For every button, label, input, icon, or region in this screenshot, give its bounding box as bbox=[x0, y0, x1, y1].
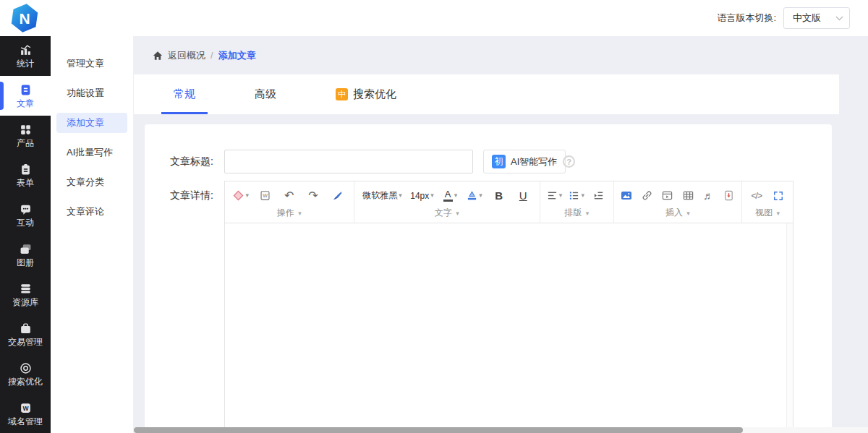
align-icon[interactable]: ▾ bbox=[547, 187, 563, 205]
insert-table-icon[interactable] bbox=[680, 187, 696, 205]
sidebar-item-albums[interactable]: 图册 bbox=[0, 235, 51, 275]
ai-button-label: AI智能写作 bbox=[511, 155, 557, 168]
seo-icon bbox=[20, 362, 32, 374]
group-dropdown-view[interactable]: 视图 ▾ bbox=[742, 207, 793, 222]
toolbar-group-layout: ▾ ▾ 排版 ▾ bbox=[540, 181, 613, 223]
list-icon[interactable]: ▾ bbox=[569, 187, 584, 205]
tab-label: 常规 bbox=[174, 87, 195, 101]
underline-icon[interactable]: U bbox=[515, 187, 531, 205]
app-logo-icon[interactable]: N bbox=[9, 2, 41, 34]
highlight-color-icon[interactable]: ▾ bbox=[467, 187, 482, 205]
bold-icon[interactable]: B bbox=[491, 187, 507, 205]
article-detail-label: 文章详情: bbox=[145, 189, 213, 202]
toolbar-group-insert: ♬ 插入 ▾ bbox=[613, 181, 742, 223]
stats-icon bbox=[20, 44, 32, 56]
sidebar-item-label: 图册 bbox=[17, 258, 34, 267]
submenu-item-article-comments[interactable]: 文章评论 bbox=[56, 202, 127, 222]
editor-content-area[interactable] bbox=[225, 223, 793, 433]
redo-icon[interactable]: ↷ bbox=[305, 187, 321, 205]
tab-label: 高级 bbox=[255, 87, 276, 101]
sidebar-item-stats[interactable]: 统计 bbox=[0, 36, 51, 76]
top-header: N 语言版本切换: 中文版 bbox=[0, 0, 868, 36]
font-size-select[interactable]: 14px▾ bbox=[410, 187, 434, 205]
main-content: 返回概况 / 添加文章 常规 高级 中 搜索优化 文章标题: 初 AI智能写作 … bbox=[134, 36, 868, 433]
insert-image-icon[interactable] bbox=[618, 187, 634, 205]
article-icon bbox=[20, 84, 32, 96]
language-label: 语言版本切换: bbox=[717, 12, 776, 25]
group-dropdown-insert[interactable]: 插入 ▾ bbox=[614, 207, 742, 222]
sidebar-item-trade[interactable]: 交易管理 bbox=[0, 314, 51, 354]
breadcrumb-separator: / bbox=[210, 50, 213, 61]
sidebar-item-forms[interactable]: 表单 bbox=[0, 155, 51, 195]
group-dropdown-layout[interactable]: 排版 ▾ bbox=[540, 207, 613, 222]
submenu-item-feature-settings[interactable]: 功能设置 bbox=[56, 83, 127, 103]
resource-icon bbox=[20, 283, 32, 295]
horizontal-scrollbar-thumb[interactable] bbox=[134, 427, 743, 433]
tab-advanced[interactable]: 高级 bbox=[242, 74, 289, 114]
article-title-label: 文章标题: bbox=[145, 155, 213, 168]
trade-icon bbox=[20, 322, 32, 335]
sidebar-item-interaction[interactable]: 互动 bbox=[0, 195, 51, 235]
insert-audio-icon[interactable]: ♬ bbox=[700, 187, 716, 205]
insert-link-icon[interactable] bbox=[639, 187, 655, 205]
seo-badge-icon: 中 bbox=[336, 88, 348, 100]
article-title-input[interactable] bbox=[224, 150, 473, 173]
help-icon[interactable]: ? bbox=[563, 155, 575, 168]
sidebar-item-articles[interactable]: 文章 bbox=[0, 76, 51, 116]
ai-writing-button[interactable]: 初 AI智能写作 bbox=[483, 150, 566, 173]
svg-text:N: N bbox=[19, 10, 30, 27]
ai-badge-icon: 初 bbox=[492, 155, 506, 168]
domain-icon: W bbox=[20, 402, 32, 414]
editor-toolbar: ▾ W ↶ ↷ 操作 ▾ bbox=[225, 181, 793, 223]
sidebar-item-domains[interactable]: W 域名管理 bbox=[0, 394, 51, 433]
form-card: 文章标题: 初 AI智能写作 ? 文章详情: ▾ W bbox=[145, 124, 832, 433]
breadcrumb: 返回概况 / 添加文章 bbox=[134, 36, 868, 74]
word-import-icon[interactable]: W bbox=[258, 187, 273, 205]
language-select[interactable]: 中文版 bbox=[783, 7, 850, 29]
group-dropdown-operations[interactable]: 操作 ▾ bbox=[225, 207, 354, 222]
editor-vertical-scrollbar[interactable] bbox=[786, 223, 793, 433]
chevron-down-icon bbox=[835, 16, 843, 21]
source-code-icon[interactable]: </> bbox=[749, 187, 765, 205]
font-color-icon[interactable]: A ▾ bbox=[442, 187, 458, 205]
submenu-item-article-categories[interactable]: 文章分类 bbox=[56, 172, 127, 192]
horizontal-scrollbar-track[interactable] bbox=[134, 427, 868, 433]
active-indicator-bar bbox=[0, 82, 4, 110]
sidebar-item-seo[interactable]: 搜索优化 bbox=[0, 354, 51, 394]
svg-text:W: W bbox=[22, 405, 29, 412]
undo-icon[interactable]: ↶ bbox=[281, 187, 297, 205]
rich-text-editor: ▾ W ↶ ↷ 操作 ▾ bbox=[224, 181, 793, 433]
submenu-item-ai-batch-writing[interactable]: AI批量写作 bbox=[56, 142, 127, 163]
fullscreen-icon[interactable] bbox=[770, 187, 786, 205]
font-family-select[interactable]: 微软雅黑▾ bbox=[362, 187, 402, 205]
submenu-item-manage-articles[interactable]: 管理文章 bbox=[56, 53, 127, 74]
insert-video-icon[interactable] bbox=[660, 187, 676, 205]
interaction-icon bbox=[20, 203, 32, 215]
sidebar-item-label: 域名管理 bbox=[8, 417, 43, 426]
breadcrumb-current: 添加文章 bbox=[218, 49, 256, 62]
eraser-icon[interactable]: ▾ bbox=[233, 187, 249, 205]
tab-seo[interactable]: 中 搜索优化 bbox=[323, 74, 409, 114]
secondary-sidebar: 管理文章 功能设置 添加文章 AI批量写作 文章分类 文章评论 bbox=[51, 36, 134, 433]
tab-general[interactable]: 常规 bbox=[161, 74, 208, 114]
format-painter-icon[interactable] bbox=[329, 187, 345, 205]
sidebar-item-label: 表单 bbox=[17, 179, 34, 187]
submenu-item-add-article[interactable]: 添加文章 bbox=[56, 113, 127, 133]
primary-sidebar: 统计 文章 产品 表单 互动 bbox=[0, 36, 51, 433]
toolbar-group-view: </> 视图 ▾ bbox=[741, 181, 793, 223]
language-select-value: 中文版 bbox=[793, 12, 821, 25]
product-icon bbox=[20, 124, 32, 136]
sidebar-item-label: 产品 bbox=[17, 139, 34, 147]
sidebar-item-label: 资源库 bbox=[12, 298, 38, 306]
group-dropdown-text[interactable]: 文字 ▾ bbox=[354, 207, 540, 222]
sidebar-item-products[interactable]: 产品 bbox=[0, 116, 51, 155]
indent-icon[interactable] bbox=[591, 187, 607, 205]
insert-pdf-icon[interactable] bbox=[721, 187, 737, 205]
breadcrumb-back-link[interactable]: 返回概况 bbox=[168, 49, 205, 62]
sidebar-item-label: 搜索优化 bbox=[8, 377, 43, 386]
sidebar-item-resources[interactable]: 资源库 bbox=[0, 275, 51, 314]
home-icon[interactable] bbox=[153, 51, 163, 61]
toolbar-group-text: 微软雅黑▾ 14px▾ A ▾ ▾ B bbox=[354, 181, 540, 223]
sidebar-item-label: 统计 bbox=[17, 59, 34, 68]
svg-text:W: W bbox=[263, 193, 268, 198]
